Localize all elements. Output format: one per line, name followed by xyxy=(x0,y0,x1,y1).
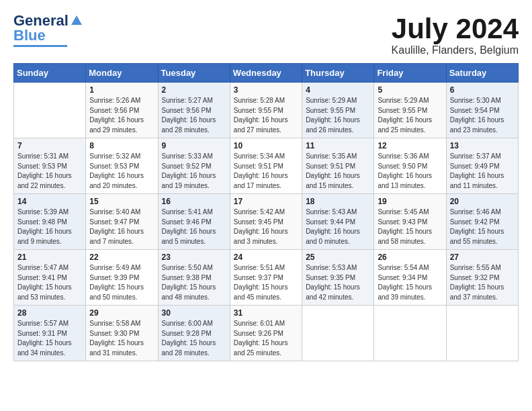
calendar-cell: 24Sunrise: 5:51 AMSunset: 9:37 PMDayligh… xyxy=(230,250,302,306)
calendar-cell xyxy=(374,306,446,361)
day-number: 11 xyxy=(306,141,370,150)
day-number: 26 xyxy=(378,253,442,262)
day-info: Sunrise: 5:26 AMSunset: 9:56 PMDaylight:… xyxy=(89,96,154,135)
day-info: Sunrise: 5:54 AMSunset: 9:34 PMDaylight:… xyxy=(378,263,442,302)
day-number: 18 xyxy=(306,197,370,206)
column-header-friday: Friday xyxy=(374,64,446,83)
calendar-cell: 18Sunrise: 5:43 AMSunset: 9:44 PMDayligh… xyxy=(302,194,374,250)
day-info: Sunrise: 5:51 AMSunset: 9:37 PMDaylight:… xyxy=(234,263,298,302)
day-info: Sunrise: 6:01 AMSunset: 9:26 PMDaylight:… xyxy=(234,319,298,358)
day-number: 17 xyxy=(234,197,298,206)
calendar-cell: 17Sunrise: 5:42 AMSunset: 9:45 PMDayligh… xyxy=(230,194,302,250)
day-number: 27 xyxy=(450,253,515,262)
day-info: Sunrise: 5:45 AMSunset: 9:43 PMDaylight:… xyxy=(378,208,442,246)
day-info: Sunrise: 5:35 AMSunset: 9:51 PMDaylight:… xyxy=(306,152,370,191)
logo-blue-text: Blue xyxy=(13,28,46,43)
calendar-cell: 13Sunrise: 5:37 AMSunset: 9:49 PMDayligh… xyxy=(446,138,518,194)
day-info: Sunrise: 5:40 AMSunset: 9:47 PMDaylight:… xyxy=(89,208,154,246)
day-number: 12 xyxy=(378,141,442,150)
calendar-cell: 4Sunrise: 5:29 AMSunset: 9:55 PMDaylight… xyxy=(302,83,374,138)
day-info: Sunrise: 5:55 AMSunset: 9:32 PMDaylight:… xyxy=(450,263,515,302)
calendar-week-row: 28Sunrise: 5:57 AMSunset: 9:31 PMDayligh… xyxy=(14,306,519,361)
day-number: 7 xyxy=(17,141,82,150)
calendar-cell: 2Sunrise: 5:27 AMSunset: 9:56 PMDaylight… xyxy=(158,83,230,138)
day-info: Sunrise: 5:33 AMSunset: 9:52 PMDaylight:… xyxy=(162,152,226,191)
calendar-cell: 27Sunrise: 5:55 AMSunset: 9:32 PMDayligh… xyxy=(446,250,518,306)
column-header-monday: Monday xyxy=(86,64,158,83)
day-number: 29 xyxy=(89,308,154,318)
calendar-cell: 15Sunrise: 5:40 AMSunset: 9:47 PMDayligh… xyxy=(86,194,158,250)
calendar-cell: 7Sunrise: 5:31 AMSunset: 9:53 PMDaylight… xyxy=(14,138,86,194)
day-info: Sunrise: 6:00 AMSunset: 9:28 PMDaylight:… xyxy=(162,319,226,358)
day-info: Sunrise: 5:28 AMSunset: 9:55 PMDaylight:… xyxy=(234,96,298,135)
day-info: Sunrise: 5:46 AMSunset: 9:42 PMDaylight:… xyxy=(450,208,515,246)
day-number: 19 xyxy=(378,197,442,206)
calendar-cell: 16Sunrise: 5:41 AMSunset: 9:46 PMDayligh… xyxy=(158,194,230,250)
svg-marker-0 xyxy=(71,15,82,25)
calendar-cell: 14Sunrise: 5:39 AMSunset: 9:48 PMDayligh… xyxy=(14,194,86,250)
day-info: Sunrise: 5:37 AMSunset: 9:49 PMDaylight:… xyxy=(450,152,515,191)
day-info: Sunrise: 5:36 AMSunset: 9:50 PMDaylight:… xyxy=(378,152,442,191)
day-info: Sunrise: 5:50 AMSunset: 9:38 PMDaylight:… xyxy=(162,263,226,302)
calendar-week-row: 7Sunrise: 5:31 AMSunset: 9:53 PMDaylight… xyxy=(14,138,519,194)
calendar-cell: 31Sunrise: 6:01 AMSunset: 9:26 PMDayligh… xyxy=(230,306,302,361)
logo-underline xyxy=(13,45,67,47)
column-header-tuesday: Tuesday xyxy=(158,64,230,83)
calendar-header-row: SundayMondayTuesdayWednesdayThursdayFrid… xyxy=(14,64,519,83)
calendar-cell: 9Sunrise: 5:33 AMSunset: 9:52 PMDaylight… xyxy=(158,138,230,194)
day-number: 20 xyxy=(450,197,515,206)
day-info: Sunrise: 5:29 AMSunset: 9:55 PMDaylight:… xyxy=(306,96,370,135)
calendar-cell: 10Sunrise: 5:34 AMSunset: 9:51 PMDayligh… xyxy=(230,138,302,194)
calendar-week-row: 21Sunrise: 5:47 AMSunset: 9:41 PMDayligh… xyxy=(14,250,519,306)
logo-general-text: General xyxy=(13,13,69,28)
calendar-cell: 26Sunrise: 5:54 AMSunset: 9:34 PMDayligh… xyxy=(374,250,446,306)
day-info: Sunrise: 5:43 AMSunset: 9:44 PMDaylight:… xyxy=(306,208,370,246)
day-number: 1 xyxy=(89,85,154,95)
day-info: Sunrise: 5:57 AMSunset: 9:31 PMDaylight:… xyxy=(17,319,82,358)
calendar-cell xyxy=(446,306,518,361)
day-number: 6 xyxy=(450,85,515,95)
day-info: Sunrise: 5:27 AMSunset: 9:56 PMDaylight:… xyxy=(162,96,226,135)
day-info: Sunrise: 5:34 AMSunset: 9:51 PMDaylight:… xyxy=(234,152,298,191)
day-number: 21 xyxy=(17,253,82,262)
day-info: Sunrise: 5:49 AMSunset: 9:39 PMDaylight:… xyxy=(89,263,154,302)
day-number: 10 xyxy=(234,141,298,150)
day-number: 28 xyxy=(17,308,82,318)
day-info: Sunrise: 5:42 AMSunset: 9:45 PMDaylight:… xyxy=(234,208,298,246)
day-info: Sunrise: 5:39 AMSunset: 9:48 PMDaylight:… xyxy=(17,208,82,246)
day-info: Sunrise: 5:47 AMSunset: 9:41 PMDaylight:… xyxy=(17,263,82,302)
day-number: 5 xyxy=(378,85,442,95)
day-info: Sunrise: 5:32 AMSunset: 9:53 PMDaylight:… xyxy=(89,152,154,191)
calendar-cell: 22Sunrise: 5:49 AMSunset: 9:39 PMDayligh… xyxy=(86,250,158,306)
logo-triangle-icon xyxy=(70,13,83,26)
day-info: Sunrise: 5:53 AMSunset: 9:35 PMDaylight:… xyxy=(306,263,370,302)
day-info: Sunrise: 5:30 AMSunset: 9:54 PMDaylight:… xyxy=(450,96,515,135)
calendar-cell: 6Sunrise: 5:30 AMSunset: 9:54 PMDaylight… xyxy=(446,83,518,138)
day-number: 24 xyxy=(234,253,298,262)
title-block: July 2024 Kaulille, Flanders, Belgium xyxy=(392,13,519,56)
day-number: 4 xyxy=(306,85,370,95)
calendar-cell: 25Sunrise: 5:53 AMSunset: 9:35 PMDayligh… xyxy=(302,250,374,306)
column-header-saturday: Saturday xyxy=(446,64,518,83)
calendar-cell: 19Sunrise: 5:45 AMSunset: 9:43 PMDayligh… xyxy=(374,194,446,250)
calendar-cell: 29Sunrise: 5:58 AMSunset: 9:30 PMDayligh… xyxy=(86,306,158,361)
calendar-cell: 1Sunrise: 5:26 AMSunset: 9:56 PMDaylight… xyxy=(86,83,158,138)
day-number: 9 xyxy=(162,141,226,150)
calendar-cell: 30Sunrise: 6:00 AMSunset: 9:28 PMDayligh… xyxy=(158,306,230,361)
calendar-cell: 5Sunrise: 5:29 AMSunset: 9:55 PMDaylight… xyxy=(374,83,446,138)
calendar-cell: 11Sunrise: 5:35 AMSunset: 9:51 PMDayligh… xyxy=(302,138,374,194)
page-header: General Blue July 2024 Kaulille, Flander… xyxy=(13,13,519,56)
day-info: Sunrise: 5:31 AMSunset: 9:53 PMDaylight:… xyxy=(17,152,82,191)
calendar-cell: 20Sunrise: 5:46 AMSunset: 9:42 PMDayligh… xyxy=(446,194,518,250)
day-number: 31 xyxy=(234,308,298,318)
day-number: 22 xyxy=(89,253,154,262)
day-info: Sunrise: 5:41 AMSunset: 9:46 PMDaylight:… xyxy=(162,208,226,246)
day-number: 25 xyxy=(306,253,370,262)
calendar-cell: 21Sunrise: 5:47 AMSunset: 9:41 PMDayligh… xyxy=(14,250,86,306)
logo: General Blue xyxy=(13,13,83,47)
calendar-subtitle: Kaulille, Flanders, Belgium xyxy=(392,44,519,56)
day-info: Sunrise: 5:29 AMSunset: 9:55 PMDaylight:… xyxy=(378,96,442,135)
calendar-table: SundayMondayTuesdayWednesdayThursdayFrid… xyxy=(13,63,519,361)
day-number: 2 xyxy=(162,85,226,95)
day-number: 15 xyxy=(89,197,154,206)
